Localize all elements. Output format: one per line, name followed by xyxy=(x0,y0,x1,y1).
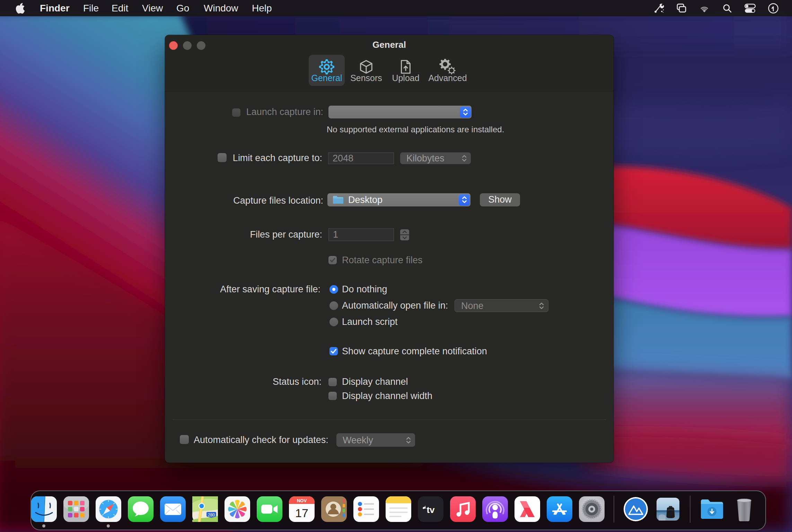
svg-text:280: 280 xyxy=(208,513,215,517)
svg-text:17: 17 xyxy=(295,506,308,520)
svg-text:tv: tv xyxy=(426,505,435,515)
svg-text:NOV: NOV xyxy=(297,498,307,503)
